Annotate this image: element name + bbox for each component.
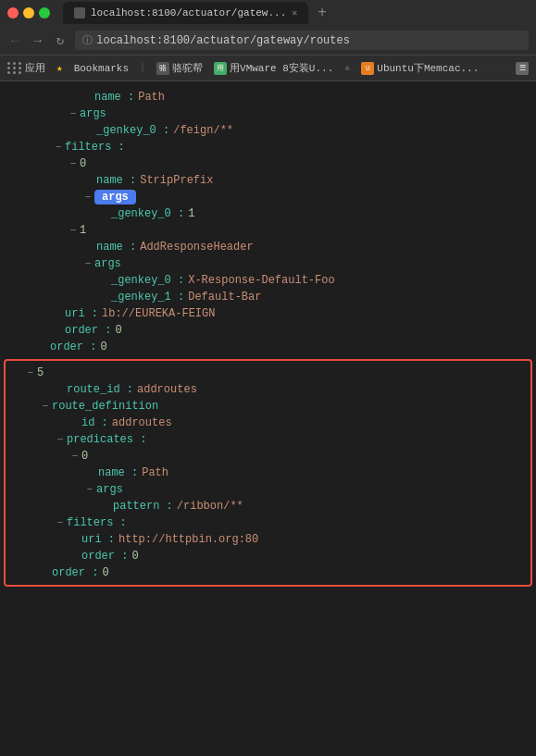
filters-row: − filters : <box>4 139 532 155</box>
filter1-genkey0-row: _genkey_0 : X-Response-Default-Foo <box>4 272 532 289</box>
traffic-lights <box>7 7 50 19</box>
def-id-row: id : addroutes <box>6 415 530 431</box>
bm-label-1: 骆驼帮 <box>172 61 203 75</box>
filter1-args-key: args <box>94 257 121 270</box>
predicates-toggle[interactable]: − <box>54 434 67 445</box>
pred0-toggle[interactable]: − <box>69 451 81 462</box>
pred0-args-row: − args <box>6 481 530 498</box>
addressbar: ← → ↻ ⓘ localhost:8100/actuator/gateway/… <box>0 26 536 56</box>
tab-title: localhost:8100/actuator/gatew... <box>91 7 286 19</box>
filters-toggle[interactable]: − <box>52 142 65 153</box>
url-bar[interactable]: ⓘ localhost:8100/actuator/gateway/routes <box>75 31 529 50</box>
main-content: name : Path − args _genkey_0 : /feign/**… <box>0 81 536 598</box>
bookmarks-label[interactable]: Bookmarks <box>74 63 129 74</box>
s5-filters-row: − filters : <box>6 514 530 531</box>
uri-key: uri : <box>65 307 98 320</box>
order2-value: 0 <box>100 341 106 353</box>
minimize-button[interactable] <box>23 7 34 19</box>
refresh-button[interactable]: ↻ <box>53 31 68 50</box>
url-text: localhost:8100/actuator/gateway/routes <box>96 34 350 47</box>
new-tab-button[interactable]: + <box>312 5 332 21</box>
filter1-args-toggle[interactable]: − <box>81 258 94 269</box>
s5-uri-key: uri : <box>81 533 115 546</box>
route-id-row: route_id : addroutes <box>6 381 530 398</box>
bm-icon-2: 用 <box>214 62 227 75</box>
apps-shortcut[interactable]: 应用 <box>7 61 45 75</box>
s5-order-key: order : <box>81 550 128 563</box>
route-id-value: addroutes <box>137 383 197 396</box>
route-def-toggle[interactable]: − <box>39 401 52 412</box>
uri-row: uri : lb://EUREKA-FEIGN <box>4 305 532 322</box>
route-def-row: − route_definition <box>6 398 530 415</box>
active-tab[interactable]: localhost:8100/actuator/gatew... ✕ <box>63 2 308 24</box>
def-id-value: addroutes <box>112 416 172 429</box>
bm-icon-3: U <box>361 62 374 75</box>
def-id-key: id : <box>81 416 108 429</box>
filter1-genkey0-key: _genkey_0 : <box>111 274 184 287</box>
filter0-genkey0-value: 1 <box>188 207 194 220</box>
pred0-name-row: name : Path <box>6 465 530 481</box>
back-button[interactable]: ← <box>7 31 22 50</box>
filter0-index-row: − 0 <box>4 155 532 172</box>
bm-icon-1: 骆 <box>156 62 169 75</box>
section5-box: − 5 route_id : addroutes − route_definit… <box>4 359 532 587</box>
tab-close-icon[interactable]: ✕ <box>292 7 297 19</box>
order1-key: order : <box>65 324 111 337</box>
close-button[interactable] <box>7 7 19 19</box>
section5-index-row: − 5 <box>6 365 530 381</box>
pred0-index-row: − 0 <box>6 448 530 465</box>
bm-label-2: 用VMware 8安装U... <box>230 61 333 75</box>
name-value: Path <box>138 91 165 104</box>
s5-filters-key: filters : <box>67 516 127 529</box>
forward-button[interactable]: → <box>30 31 44 50</box>
order2-key: order : <box>50 341 96 353</box>
args-key: args <box>80 107 106 120</box>
apps-grid-icon <box>7 62 22 74</box>
order2-row: order : 0 <box>4 339 532 355</box>
pred0-args-key: args <box>96 483 123 496</box>
genkey0-value: /feign/** <box>173 124 233 137</box>
filter0-args-toggle[interactable]: − <box>81 192 94 203</box>
pred0-pattern-value: /ribbon/** <box>177 500 243 513</box>
filter1-index: 1 <box>80 224 86 237</box>
maximize-button[interactable] <box>39 7 50 19</box>
predicates-row: − predicates : <box>6 431 530 448</box>
security-icon: ⓘ <box>82 33 93 47</box>
filters-key: filters : <box>65 141 125 154</box>
filter1-genkey1-value: Default-Bar <box>188 291 261 304</box>
filter1-genkey1-key: _genkey_1 : <box>111 291 184 304</box>
s5-filters-toggle[interactable]: − <box>54 517 67 528</box>
filter0-args-row: − args <box>4 189 532 205</box>
pred0-args-toggle[interactable]: − <box>83 484 96 495</box>
pred0-pattern-key: pattern : <box>113 500 173 513</box>
pred0-pattern-row: pattern : /ribbon/** <box>6 498 530 514</box>
s5-order-value: 0 <box>131 550 138 563</box>
filter0-name-row: name : StripPrefix <box>4 172 532 189</box>
filter0-index: 0 <box>80 157 86 170</box>
args-toggle[interactable]: − <box>67 108 80 119</box>
extensions-icon[interactable]: ☰ <box>516 62 529 75</box>
bm-separator-2: ▲ <box>344 63 350 73</box>
pred0-name-value: Path <box>142 466 168 479</box>
s5-uri-value: http://httpbin.org:80 <box>118 533 258 546</box>
uri-value: lb://EUREKA-FEIGN <box>102 307 215 320</box>
filter1-genkey1-row: _genkey_1 : Default-Bar <box>4 289 532 305</box>
section5-toggle[interactable]: − <box>24 367 37 378</box>
s5-outer-order-row: order : 0 <box>6 564 530 581</box>
bookmark-item-2[interactable]: 用 用VMware 8安装U... <box>214 61 333 75</box>
s5-uri-row: uri : http://httpbin.org:80 <box>6 531 530 548</box>
titlebar: localhost:8100/actuator/gatew... ✕ + <box>0 0 536 26</box>
apps-label: 应用 <box>25 61 45 75</box>
route-id-key: route_id : <box>67 383 133 396</box>
filter1-name-value: AddResponseHeader <box>140 241 253 254</box>
section5-index: 5 <box>37 366 44 379</box>
bookmark-item-1[interactable]: 骆 骆驼帮 <box>156 61 203 75</box>
bookmark-item-3[interactable]: U Ubuntu下Memcac... <box>361 61 479 75</box>
filter1-toggle[interactable]: − <box>67 225 80 236</box>
order1-value: 0 <box>115 324 121 337</box>
filter1-name-key: name : <box>96 241 136 254</box>
filter0-toggle[interactable]: − <box>67 158 80 169</box>
tab-favicon-icon <box>74 7 85 19</box>
filter1-name-row: name : AddResponseHeader <box>4 239 532 255</box>
bookmarks-star-icon: ★ <box>56 62 63 74</box>
